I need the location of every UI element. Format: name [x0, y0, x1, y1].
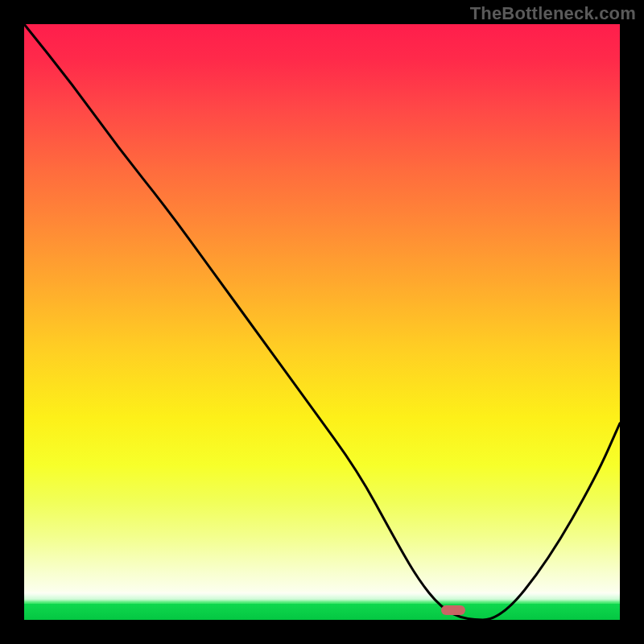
watermark-text: TheBottleneck.com	[470, 3, 636, 24]
curve-path	[24, 24, 620, 620]
bottleneck-curve	[24, 24, 620, 620]
optimum-marker	[441, 605, 465, 615]
chart-frame: TheBottleneck.com	[0, 0, 644, 644]
plot-area	[24, 24, 620, 620]
